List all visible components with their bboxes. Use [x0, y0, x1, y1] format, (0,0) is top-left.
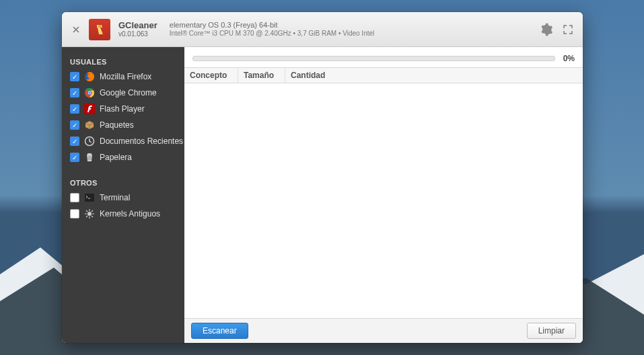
sidebar-item-label: Papelera — [100, 153, 132, 162]
sidebar-item-kernels[interactable]: Kernels Antiguos — [62, 206, 184, 222]
app-version: v0.01.063 — [118, 30, 157, 38]
app-icon — [89, 19, 110, 40]
sidebar-item-chrome[interactable]: ✓ Google Chrome — [62, 85, 184, 101]
checkbox[interactable]: ✓ — [70, 120, 79, 130]
settings-button[interactable] — [538, 22, 554, 38]
table-body — [184, 83, 583, 318]
checkbox[interactable] — [70, 209, 79, 219]
system-info: elementary OS 0.3 (Freya) 64-bit Intel® … — [170, 21, 374, 37]
maximize-icon — [563, 25, 573, 34]
terminal-icon — [84, 192, 95, 203]
column-tamano[interactable]: Tamaño — [238, 68, 285, 83]
trash-icon — [84, 152, 95, 163]
sidebar-item-label: Flash Player — [100, 104, 145, 114]
flash-icon — [84, 104, 95, 114]
os-label: elementary OS 0.3 (Freya) 64-bit — [170, 21, 374, 30]
svg-rect-8 — [85, 194, 94, 202]
checkbox[interactable]: ✓ — [70, 136, 79, 146]
app-window: GCleaner v0.01.063 elementary OS 0.3 (Fr… — [62, 12, 583, 343]
checkbox[interactable]: ✓ — [70, 72, 79, 81]
sidebar-item-label: Mozilla Firefox — [100, 72, 151, 81]
svg-rect-0 — [98, 25, 101, 28]
gear-icon — [540, 23, 553, 36]
package-icon — [84, 120, 95, 130]
sidebar-item-recent[interactable]: ✓ Documentos Recientes — [62, 133, 184, 149]
close-button[interactable] — [69, 22, 83, 37]
progress-percent: 0% — [563, 54, 575, 63]
title-block: GCleaner v0.01.063 — [118, 21, 157, 38]
sidebar-item-trash[interactable]: ✓ Papelera — [62, 149, 184, 165]
hardware-label: Intel® Core™ i3 CPU M 370 @ 2.40GHz • 3,… — [170, 30, 374, 38]
sidebar-item-label: Terminal — [100, 193, 130, 202]
recent-icon — [84, 136, 95, 147]
kernel-icon — [84, 208, 95, 219]
sidebar-item-label: Documentos Recientes — [100, 136, 183, 146]
sidebar-item-packages[interactable]: ✓ Paquetes — [62, 117, 184, 133]
sidebar: USUALES ✓ Mozilla Firefox ✓ Google Chrom… — [62, 47, 184, 343]
firefox-icon — [84, 71, 95, 82]
footer: Escanear Limpiar — [184, 318, 583, 343]
sidebar-section-usuales: USUALES — [62, 54, 184, 69]
sidebar-section-otros: OTROS — [62, 175, 184, 190]
sidebar-item-terminal[interactable]: Terminal — [62, 190, 184, 206]
clean-button[interactable]: Limpiar — [527, 323, 576, 339]
checkbox[interactable]: ✓ — [70, 88, 79, 97]
sidebar-item-flash[interactable]: ✓ Flash Player — [62, 101, 184, 117]
titlebar: GCleaner v0.01.063 elementary OS 0.3 (Fr… — [62, 12, 583, 47]
progress-bar — [192, 56, 555, 61]
main-panel: 0% Concepto Tamaño Cantidad Escanear Lim… — [184, 47, 583, 343]
chrome-icon — [84, 87, 95, 98]
column-cantidad[interactable]: Cantidad — [285, 68, 583, 83]
sidebar-item-firefox[interactable]: ✓ Mozilla Firefox — [62, 69, 184, 85]
scan-button[interactable]: Escanear — [191, 323, 248, 339]
column-concepto[interactable]: Concepto — [184, 68, 238, 83]
app-name: GCleaner — [118, 21, 157, 30]
progress-row: 0% — [184, 47, 583, 67]
sidebar-item-label: Google Chrome — [100, 88, 157, 97]
table-header: Concepto Tamaño Cantidad — [184, 67, 583, 83]
close-icon — [72, 26, 80, 34]
checkbox[interactable]: ✓ — [70, 104, 79, 114]
checkbox[interactable] — [70, 193, 79, 202]
svg-point-9 — [87, 212, 92, 216]
sidebar-item-label: Paquetes — [100, 120, 134, 130]
svg-point-5 — [88, 91, 90, 93]
maximize-button[interactable] — [560, 22, 576, 38]
sidebar-item-label: Kernels Antiguos — [100, 209, 160, 219]
checkbox[interactable]: ✓ — [70, 153, 79, 162]
